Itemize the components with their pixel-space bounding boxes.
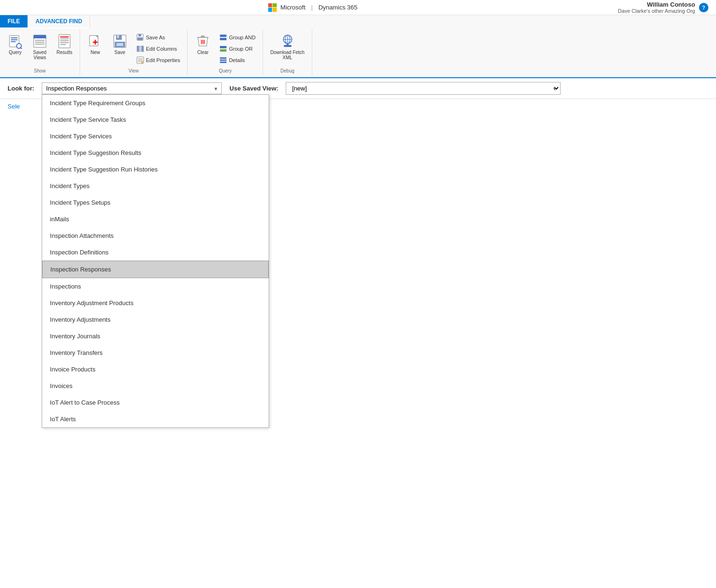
list-item[interactable]: Invoices: [42, 378, 269, 394]
svg-rect-13: [60, 38, 69, 39]
list-item[interactable]: IoT Alert to Case Process: [42, 394, 269, 411]
query-group-label: Query: [219, 68, 232, 73]
svg-rect-38: [201, 36, 205, 37]
list-item[interactable]: Inventory Transfers: [42, 344, 269, 361]
svg-rect-43: [220, 38, 227, 40]
list-item[interactable]: inMails: [42, 211, 269, 227]
top-bar-center: Microsoft | Dynamics 365: [268, 3, 358, 12]
list-item[interactable]: Incident Type Requirement Groups: [42, 95, 269, 111]
group-and-button[interactable]: Group AND: [216, 32, 259, 43]
new-label: New: [91, 50, 100, 55]
savedview-select-wrapper: [new]: [286, 82, 561, 95]
show-group-label: Show: [34, 68, 45, 73]
help-icon[interactable]: ?: [699, 3, 708, 12]
svg-rect-25: [117, 43, 123, 46]
ribbon-group-show: Query SavedViews: [0, 29, 80, 75]
svg-rect-15: [60, 42, 69, 43]
ribbon: FILE ADVANCED FIND: [0, 15, 716, 78]
group-or-label: Group OR: [229, 46, 253, 52]
query-button[interactable]: Query: [4, 31, 27, 57]
download-fetch-xml-icon: [280, 34, 295, 49]
view-small-btns: Save As Edit Columns: [133, 31, 183, 66]
list-item[interactable]: IoT Alerts: [42, 411, 269, 427]
edit-columns-label: Edit Columns: [146, 46, 177, 52]
svg-rect-46: [220, 57, 227, 59]
svg-rect-10: [35, 44, 45, 45]
list-item[interactable]: Inventory Adjustment Products: [42, 295, 269, 311]
savedview-select[interactable]: [new]: [286, 82, 561, 95]
svg-rect-47: [220, 60, 227, 61]
save-label: Save: [115, 50, 126, 55]
group-or-button[interactable]: Group OR: [216, 44, 259, 54]
savedview-label: Use Saved View:: [229, 85, 278, 92]
user-info: William Contoso Dave Clarke's other Amaz…: [618, 1, 695, 14]
query-label: Query: [9, 50, 21, 55]
saved-views-icon: [32, 34, 47, 49]
list-item[interactable]: Invoice Products: [42, 361, 269, 378]
list-item[interactable]: Incident Type Suggestion Results: [42, 145, 269, 161]
list-item[interactable]: Incident Types: [42, 178, 269, 194]
ms-logo-icon: [268, 3, 277, 12]
list-item[interactable]: Inventory Adjustments: [42, 311, 269, 328]
query-icon: [8, 34, 23, 49]
ribbon-group-query: Clear Group AND: [188, 29, 263, 75]
view-group-items: New Save: [84, 31, 183, 66]
svg-rect-2: [11, 39, 18, 40]
svg-rect-3: [11, 41, 16, 42]
list-item[interactable]: Incident Type Suggestion Run Histories: [42, 161, 269, 178]
ribbon-tabs: FILE ADVANCED FIND: [0, 15, 716, 27]
view-group-label: View: [128, 68, 139, 73]
lookfor-select[interactable]: Inspection Responses: [42, 82, 222, 94]
edit-properties-icon: [136, 56, 144, 64]
new-button[interactable]: New: [84, 31, 107, 57]
save-button[interactable]: Save: [109, 31, 131, 57]
list-item[interactable]: Inspection Definitions: [42, 244, 269, 261]
results-icon: [57, 34, 72, 49]
tab-advanced-find[interactable]: ADVANCED FIND: [28, 15, 90, 28]
tab-file[interactable]: FILE: [0, 15, 28, 27]
svg-rect-30: [139, 46, 141, 52]
select-link[interactable]: Sele: [8, 103, 20, 110]
save-as-icon: [136, 34, 144, 41]
ribbon-group-debug: Download FetchXML Debug: [263, 29, 312, 75]
clear-label: Clear: [197, 50, 208, 55]
main-area: Look for: Inspection Responses Incident …: [0, 78, 716, 114]
app-label: Dynamics 365: [318, 4, 357, 11]
group-or-icon: [219, 45, 227, 53]
edit-columns-icon: [136, 45, 144, 53]
clear-button[interactable]: Clear: [191, 31, 214, 57]
details-button[interactable]: Details: [216, 55, 259, 65]
edit-columns-button[interactable]: Edit Columns: [133, 44, 183, 54]
list-item[interactable]: Inspection Attachments: [42, 227, 269, 244]
svg-rect-12: [60, 36, 69, 37]
group-and-label: Group AND: [229, 35, 255, 40]
lookfor-row: Look for: Inspection Responses Incident …: [0, 78, 716, 99]
saved-views-button[interactable]: SavedViews: [28, 31, 51, 63]
ribbon-content: Query SavedViews: [0, 27, 716, 77]
list-item[interactable]: Incident Types Setups: [42, 194, 269, 211]
save-as-button[interactable]: Save As: [133, 32, 183, 43]
list-item[interactable]: Incident Type Services: [42, 128, 269, 145]
query-group-items: Clear Group AND: [191, 31, 259, 66]
svg-rect-14: [60, 40, 69, 41]
group-and-icon: [219, 34, 227, 41]
separator: |: [311, 4, 313, 11]
edit-properties-button[interactable]: Edit Properties: [133, 55, 183, 65]
results-button[interactable]: Results: [53, 31, 76, 57]
results-label: Results: [56, 50, 72, 55]
svg-point-36: [141, 61, 143, 63]
download-fetch-xml-button[interactable]: Download FetchXML: [267, 31, 308, 63]
list-item[interactable]: Inventory Journals: [42, 328, 269, 344]
list-item[interactable]: Inspection Responses: [42, 261, 269, 278]
lookfor-label: Look for:: [8, 85, 34, 92]
user-org: Dave Clarke's other Amazing Org: [618, 8, 695, 14]
lookfor-dropdown-list[interactable]: Incident Type Requirement GroupsIncident…: [42, 94, 269, 428]
svg-rect-31: [142, 46, 144, 52]
query-small-btns: Group AND Group OR: [216, 31, 259, 66]
svg-rect-44: [220, 46, 227, 48]
list-item[interactable]: Incident Type Service Tasks: [42, 111, 269, 128]
lookfor-dropdown-container: Inspection Responses Incident Type Requi…: [42, 82, 222, 94]
svg-rect-45: [220, 49, 227, 52]
svg-rect-28: [137, 37, 143, 40]
list-item[interactable]: Inspections: [42, 278, 269, 295]
